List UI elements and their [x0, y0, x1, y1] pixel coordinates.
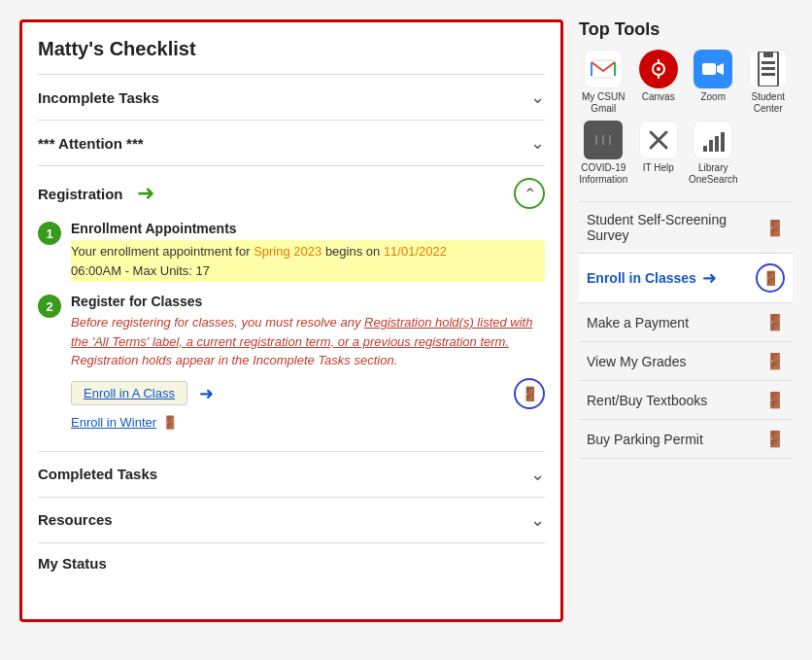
ithelp-icon — [639, 121, 678, 159]
resources-chevron: ⌄ — [530, 509, 545, 531]
quick-link-textbooks[interactable]: Rent/Buy Textbooks 🚪 — [579, 381, 793, 420]
enroll-row: Enroll in A Class ➜ 🚪 — [71, 378, 545, 409]
svg-rect-24 — [715, 136, 719, 152]
quick-link-screening[interactable]: Student Self-Screening Survey 🚪 — [579, 201, 793, 254]
gmail-label: My CSUN Gmail — [579, 91, 627, 115]
green-arrow-icon: ➜ — [137, 181, 154, 206]
checklist-panel: Matty's Checklist Incomplete Tasks ⌄ ***… — [19, 19, 563, 622]
attention-row[interactable]: *** Attention *** ⌄ — [38, 120, 545, 165]
incomplete-tasks-chevron: ⌄ — [530, 87, 545, 108]
resources-row[interactable]: Resources ⌄ — [38, 497, 545, 542]
tools-grid: My CSUN Gmail Canvas — [579, 50, 793, 186]
enrollment-appointments-content: Enrollment Appointments Your enrollment … — [71, 221, 545, 282]
payment-door-icon: 🚪 — [765, 313, 785, 331]
tool-zoom[interactable]: Zoom — [689, 50, 738, 115]
screening-door-icon: 🚪 — [765, 219, 785, 237]
enroll-winter-row: Enroll in Winter 🚪 — [71, 415, 545, 430]
svg-rect-19 — [609, 133, 613, 135]
completed-tasks-chevron: ⌄ — [530, 464, 545, 485]
top-tools-title: Top Tools — [579, 19, 793, 40]
svg-point-3 — [657, 67, 660, 71]
enroll-blue-arrow-icon: ➜ — [199, 383, 214, 404]
resources-label: Resources — [38, 511, 113, 528]
zoom-label: Zoom — [700, 91, 726, 103]
grades-door-icon: 🚪 — [765, 352, 785, 370]
enroll-btn-group: Enroll in A Class ➜ — [71, 381, 214, 405]
tool-covid[interactable]: COVID-19 Information — [579, 121, 627, 186]
enroll-winter-icon: 🚪 — [162, 415, 178, 430]
register-classes-item: 2 Register for Classes Before registerin… — [38, 294, 545, 430]
quick-links-list: Student Self-Screening Survey 🚪 Enroll i… — [579, 201, 793, 459]
enrollment-appointments-heading: Enrollment Appointments — [71, 221, 545, 236]
enroll-class-button[interactable]: Enroll in A Class — [71, 381, 187, 405]
grades-label: View My Grades — [587, 354, 686, 369]
canvas-label: Canvas — [642, 91, 675, 103]
attention-chevron: ⌄ — [530, 132, 545, 154]
registration-toggle-btn[interactable]: ⌃ — [514, 178, 545, 209]
my-status-label: My Status — [38, 555, 107, 572]
date-highlight: 11/01/2022 — [384, 244, 447, 259]
registration-row[interactable]: Registration ➜ ⌃ — [38, 165, 545, 221]
completed-tasks-row[interactable]: Completed Tasks ⌄ — [38, 451, 545, 497]
svg-rect-7 — [702, 63, 716, 75]
quick-link-enroll-classes[interactable]: Enroll in Classes ➜ 🚪 — [579, 254, 793, 303]
quick-link-parking[interactable]: Buy Parking Permit 🚪 — [579, 420, 793, 459]
completed-tasks-label: Completed Tasks — [38, 466, 157, 482]
svg-rect-23 — [709, 140, 713, 152]
screening-label: Student Self-Screening Survey — [587, 212, 765, 243]
library-icon — [694, 121, 732, 159]
quick-link-payment[interactable]: Make a Payment 🚪 — [579, 303, 793, 342]
svg-rect-12 — [761, 67, 775, 70]
tool-canvas[interactable]: Canvas — [633, 50, 682, 115]
right-panel: Top Tools My CSUN Gmail — [579, 19, 793, 622]
gmail-icon — [584, 50, 623, 88]
enroll-classes-label-group: Enroll in Classes ➜ — [587, 267, 717, 289]
svg-rect-0 — [592, 60, 615, 78]
spring-highlight: Spring 2023 — [254, 244, 321, 259]
enroll-classes-label: Enroll in Classes — [587, 270, 696, 286]
registration-content: 1 Enrollment Appointments Your enrollmen… — [38, 221, 545, 451]
badge-2: 2 — [38, 295, 61, 318]
enrollment-appointments-text: Your enrollment appointment for Spring 2… — [71, 240, 545, 282]
svg-rect-11 — [761, 61, 775, 64]
svg-rect-25 — [721, 132, 725, 152]
my-status-row[interactable]: My Status — [38, 542, 545, 583]
svg-rect-10 — [763, 52, 773, 57]
textbooks-label: Rent/Buy Textbooks — [587, 393, 707, 408]
checklist-title: Matty's Checklist — [38, 38, 545, 60]
covid-icon — [584, 121, 623, 159]
svg-rect-18 — [593, 133, 597, 135]
zoom-icon — [694, 50, 732, 88]
badge-1: 1 — [38, 222, 61, 245]
parking-label: Buy Parking Permit — [587, 432, 703, 447]
incomplete-tasks-row[interactable]: Incomplete Tasks ⌄ — [38, 74, 545, 120]
incomplete-tasks-label: Incomplete Tasks — [38, 89, 159, 106]
attention-label: *** Attention *** — [38, 135, 144, 152]
enroll-winter-link[interactable]: Enroll in Winter — [71, 415, 156, 430]
tool-library[interactable]: Library OneSearch — [689, 121, 738, 186]
textbooks-door-icon: 🚪 — [765, 391, 785, 409]
payment-label: Make a Payment — [587, 315, 689, 330]
quick-link-grades[interactable]: View My Grades 🚪 — [579, 342, 793, 381]
student-center-label: Student Center — [744, 91, 793, 115]
registration-label-wrap: Registration ➜ — [38, 181, 154, 206]
enroll-classes-arrow-icon: ➜ — [702, 267, 717, 289]
registration-label: Registration — [38, 186, 123, 202]
student-center-icon — [749, 50, 788, 88]
canvas-icon — [639, 50, 678, 88]
tool-gmail[interactable]: My CSUN Gmail — [579, 50, 627, 115]
tool-ithelp[interactable]: IT Help — [633, 121, 682, 186]
register-classes-heading: Register for Classes — [71, 294, 545, 309]
parking-door-icon: 🚪 — [765, 430, 785, 448]
enroll-classes-circle-icon: 🚪 — [756, 263, 785, 293]
door-icon: 🚪 — [522, 386, 538, 401]
enroll-class-circle-btn[interactable]: 🚪 — [514, 378, 545, 409]
enrollment-appointments-item: 1 Enrollment Appointments Your enrollmen… — [38, 221, 545, 282]
register-classes-content: Register for Classes Before registering … — [71, 294, 545, 430]
registration-hold-text: Registration hold(s) listed with the 'Al… — [71, 315, 532, 349]
page-wrapper: Matty's Checklist Incomplete Tasks ⌄ ***… — [10, 10, 802, 632]
tool-student-center[interactable]: Student Center — [744, 50, 793, 115]
svg-rect-22 — [703, 146, 707, 152]
svg-rect-13 — [761, 73, 775, 76]
library-label: Library OneSearch — [689, 162, 738, 186]
